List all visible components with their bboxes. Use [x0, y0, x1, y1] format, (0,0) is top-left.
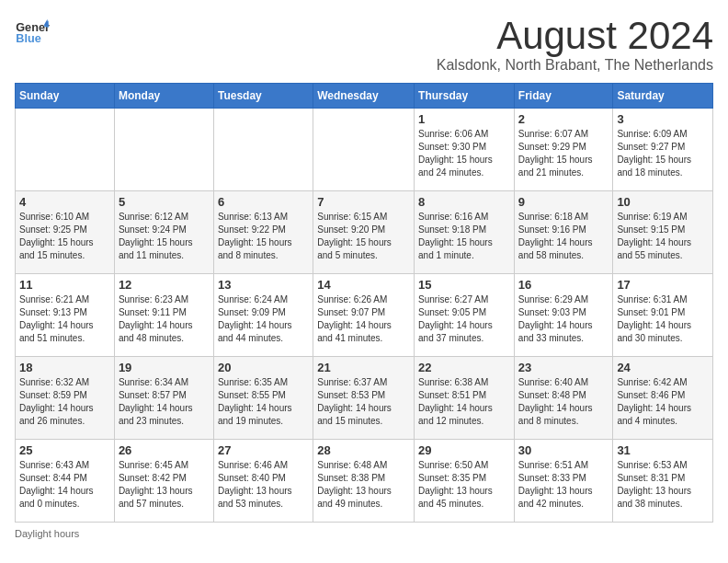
day-number: 21 [317, 361, 410, 374]
calendar-cell: 28Sunrise: 6:48 AM Sunset: 8:38 PM Dayli… [313, 440, 415, 523]
calendar-cell: 3Sunrise: 6:09 AM Sunset: 9:27 PM Daylig… [613, 109, 713, 191]
day-number: 29 [418, 443, 510, 457]
day-number: 2 [518, 112, 609, 126]
day-info: Sunrise: 6:18 AM Sunset: 9:16 PM Dayligh… [518, 211, 609, 262]
calendar-cell: 10Sunrise: 6:19 AM Sunset: 9:15 PM Dayli… [613, 191, 713, 274]
day-info: Sunrise: 6:48 AM Sunset: 8:38 PM Dayligh… [317, 459, 410, 511]
calendar-cell [213, 109, 313, 191]
day-info: Sunrise: 6:21 AM Sunset: 9:13 PM Dayligh… [19, 293, 110, 345]
calendar-cell [16, 109, 115, 191]
calendar-header: Friday [514, 84, 613, 109]
calendar-cell: 31Sunrise: 6:53 AM Sunset: 8:31 PM Dayli… [613, 440, 713, 523]
calendar-cell: 25Sunrise: 6:43 AM Sunset: 8:44 PM Dayli… [16, 440, 115, 523]
calendar-cell: 27Sunrise: 6:46 AM Sunset: 8:40 PM Dayli… [213, 440, 313, 523]
day-info: Sunrise: 6:12 AM Sunset: 9:24 PM Dayligh… [119, 211, 210, 262]
day-number: 13 [218, 278, 309, 292]
day-number: 18 [19, 361, 110, 374]
day-number: 14 [317, 278, 410, 292]
day-number: 22 [418, 361, 510, 374]
day-number: 24 [617, 361, 709, 374]
day-number: 28 [317, 443, 410, 457]
svg-text:Blue: Blue [16, 32, 40, 45]
calendar-cell: 30Sunrise: 6:51 AM Sunset: 8:33 PM Dayli… [514, 440, 613, 523]
day-number: 20 [218, 361, 309, 374]
day-info: Sunrise: 6:51 AM Sunset: 8:33 PM Dayligh… [518, 459, 609, 511]
calendar-cell: 29Sunrise: 6:50 AM Sunset: 8:35 PM Dayli… [415, 440, 515, 523]
calendar-cell: 15Sunrise: 6:27 AM Sunset: 9:05 PM Dayli… [415, 274, 515, 357]
day-info: Sunrise: 6:06 AM Sunset: 9:30 PM Dayligh… [418, 128, 510, 179]
calendar-cell: 22Sunrise: 6:38 AM Sunset: 8:51 PM Dayli… [415, 357, 515, 440]
day-number: 10 [617, 195, 709, 209]
calendar-cell: 6Sunrise: 6:13 AM Sunset: 9:22 PM Daylig… [213, 191, 313, 274]
location: Kalsdonk, North Brabant, The Netherlands [437, 57, 713, 74]
day-number: 6 [218, 195, 309, 209]
day-info: Sunrise: 6:50 AM Sunset: 8:35 PM Dayligh… [418, 459, 510, 511]
day-info: Sunrise: 6:32 AM Sunset: 8:59 PM Dayligh… [19, 376, 110, 428]
calendar-cell: 5Sunrise: 6:12 AM Sunset: 9:24 PM Daylig… [114, 191, 213, 274]
day-info: Sunrise: 6:29 AM Sunset: 9:03 PM Dayligh… [518, 293, 609, 345]
calendar-cell: 14Sunrise: 6:26 AM Sunset: 9:07 PM Dayli… [313, 274, 415, 357]
calendar-cell [313, 109, 415, 191]
day-info: Sunrise: 6:37 AM Sunset: 8:53 PM Dayligh… [317, 376, 410, 428]
day-number: 4 [19, 195, 110, 209]
calendar-header: Saturday [613, 84, 713, 109]
day-number: 25 [19, 443, 110, 457]
day-number: 5 [119, 195, 210, 209]
day-info: Sunrise: 6:27 AM Sunset: 9:05 PM Dayligh… [418, 293, 510, 345]
day-info: Sunrise: 6:10 AM Sunset: 9:25 PM Dayligh… [19, 211, 110, 262]
calendar-cell: 9Sunrise: 6:18 AM Sunset: 9:16 PM Daylig… [514, 191, 613, 274]
calendar-cell: 16Sunrise: 6:29 AM Sunset: 9:03 PM Dayli… [514, 274, 613, 357]
day-info: Sunrise: 6:38 AM Sunset: 8:51 PM Dayligh… [418, 376, 510, 428]
logo: General Blue [15, 15, 50, 50]
calendar-cell: 12Sunrise: 6:23 AM Sunset: 9:11 PM Dayli… [114, 274, 213, 357]
day-info: Sunrise: 6:45 AM Sunset: 8:42 PM Dayligh… [119, 459, 210, 511]
calendar-header: Thursday [415, 84, 515, 109]
calendar-cell: 11Sunrise: 6:21 AM Sunset: 9:13 PM Dayli… [16, 274, 115, 357]
calendar-cell: 24Sunrise: 6:42 AM Sunset: 8:46 PM Dayli… [613, 357, 713, 440]
day-info: Sunrise: 6:07 AM Sunset: 9:29 PM Dayligh… [518, 128, 609, 179]
calendar-cell: 26Sunrise: 6:45 AM Sunset: 8:42 PM Dayli… [114, 440, 213, 523]
month-title: August 2024 [437, 15, 713, 57]
day-info: Sunrise: 6:40 AM Sunset: 8:48 PM Dayligh… [518, 376, 609, 428]
calendar-header: Wednesday [313, 84, 415, 109]
day-info: Sunrise: 6:23 AM Sunset: 9:11 PM Dayligh… [119, 293, 210, 345]
day-info: Sunrise: 6:35 AM Sunset: 8:55 PM Dayligh… [218, 376, 309, 428]
day-number: 9 [518, 195, 609, 209]
day-info: Sunrise: 6:53 AM Sunset: 8:31 PM Dayligh… [617, 459, 709, 511]
day-number: 12 [119, 278, 210, 292]
logo-icon: General Blue [15, 15, 50, 50]
calendar-cell: 13Sunrise: 6:24 AM Sunset: 9:09 PM Dayli… [213, 274, 313, 357]
day-number: 31 [617, 443, 709, 457]
day-info: Sunrise: 6:15 AM Sunset: 9:20 PM Dayligh… [317, 211, 410, 262]
day-info: Sunrise: 6:13 AM Sunset: 9:22 PM Dayligh… [218, 211, 309, 262]
footer: Daylight hours [15, 528, 713, 539]
day-info: Sunrise: 6:34 AM Sunset: 8:57 PM Dayligh… [119, 376, 210, 428]
calendar-cell: 4Sunrise: 6:10 AM Sunset: 9:25 PM Daylig… [16, 191, 115, 274]
calendar-cell [114, 109, 213, 191]
day-info: Sunrise: 6:26 AM Sunset: 9:07 PM Dayligh… [317, 293, 410, 345]
svg-text:General: General [16, 21, 50, 34]
day-number: 30 [518, 443, 609, 457]
title-section: August 2024 Kalsdonk, North Brabant, The… [437, 15, 713, 74]
calendar-cell: 20Sunrise: 6:35 AM Sunset: 8:55 PM Dayli… [213, 357, 313, 440]
calendar-table: SundayMondayTuesdayWednesdayThursdayFrid… [15, 83, 713, 523]
day-number: 17 [617, 278, 709, 292]
day-info: Sunrise: 6:19 AM Sunset: 9:15 PM Dayligh… [617, 211, 709, 262]
page-header: General Blue August 2024 Kalsdonk, North… [15, 15, 713, 74]
calendar-cell: 17Sunrise: 6:31 AM Sunset: 9:01 PM Dayli… [613, 274, 713, 357]
day-number: 16 [518, 278, 609, 292]
calendar-cell: 7Sunrise: 6:15 AM Sunset: 9:20 PM Daylig… [313, 191, 415, 274]
day-number: 19 [119, 361, 210, 374]
daylight-label: Daylight hours [15, 528, 79, 539]
calendar-cell: 23Sunrise: 6:40 AM Sunset: 8:48 PM Dayli… [514, 357, 613, 440]
day-number: 7 [317, 195, 410, 209]
day-info: Sunrise: 6:31 AM Sunset: 9:01 PM Dayligh… [617, 293, 709, 345]
calendar-cell: 8Sunrise: 6:16 AM Sunset: 9:18 PM Daylig… [415, 191, 515, 274]
day-info: Sunrise: 6:46 AM Sunset: 8:40 PM Dayligh… [218, 459, 309, 511]
day-number: 8 [418, 195, 510, 209]
day-info: Sunrise: 6:24 AM Sunset: 9:09 PM Dayligh… [218, 293, 309, 345]
calendar-cell: 2Sunrise: 6:07 AM Sunset: 9:29 PM Daylig… [514, 109, 613, 191]
day-number: 26 [119, 443, 210, 457]
day-number: 23 [518, 361, 609, 374]
calendar-header: Sunday [16, 84, 115, 109]
